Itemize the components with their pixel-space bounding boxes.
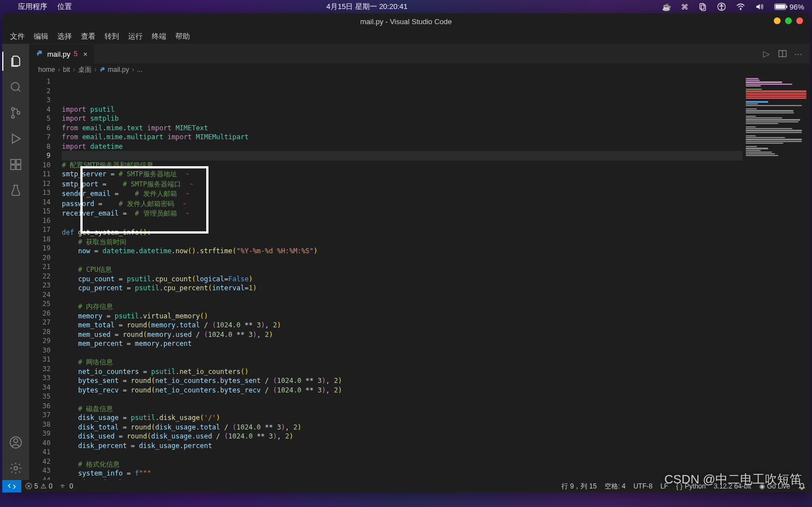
menu-转到[interactable]: 转到: [100, 30, 124, 43]
remote-indicator[interactable]: [2, 480, 21, 492]
activity-bar: [2, 44, 29, 480]
menu-查看[interactable]: 查看: [76, 30, 100, 43]
code-line-32[interactable]: [62, 395, 742, 404]
code-line-3[interactable]: from email.mime.text import MIMEText: [62, 124, 742, 133]
code-line-5[interactable]: import datetime: [62, 142, 742, 152]
code-line-16[interactable]: now = datetime.datetime.now().strftime("…: [62, 246, 742, 256]
accessibility-icon[interactable]: [717, 2, 726, 11]
code-line-18[interactable]: # CPU信息: [62, 265, 742, 275]
code-line-21[interactable]: [62, 293, 742, 303]
menu-places[interactable]: 位置: [57, 2, 72, 12]
eol[interactable]: LF: [656, 480, 672, 492]
line-number-gutter[interactable]: 1234567891011121314151617181920212223242…: [29, 76, 62, 480]
code-line-26[interactable]: mem_percent = memory.percent: [62, 339, 742, 349]
menu-选择[interactable]: 选择: [53, 30, 76, 43]
keyboard-icon[interactable]: ⌘: [681, 3, 688, 11]
search-icon[interactable]: [2, 75, 29, 99]
code-line-8[interactable]: smtp_server = # SMTP服务器地址 ~: [62, 170, 742, 180]
svg-rect-13: [11, 165, 15, 170]
menu-终端[interactable]: 终端: [147, 30, 171, 43]
code-line-40[interactable]: system_info = f""": [62, 469, 742, 478]
code-line-4[interactable]: from email.mime.multipart import MIMEMul…: [62, 133, 742, 142]
code-line-15[interactable]: # 获取当前时间: [62, 237, 742, 247]
svg-point-3: [721, 4, 722, 6]
code-editor[interactable]: import psutilimport smtplibfrom email.mi…: [62, 76, 742, 480]
minimap[interactable]: [742, 76, 810, 480]
go-live[interactable]: ◉Go Live: [755, 480, 794, 492]
ports-indicator[interactable]: ᯤ0: [56, 480, 77, 492]
language-mode[interactable]: { }Python: [672, 480, 710, 492]
problems-indicator[interactable]: ⓧ5 ⚠0: [21, 480, 56, 492]
more-actions-icon[interactable]: ⋯: [792, 48, 804, 60]
code-line-24[interactable]: mem_total = round(memory.total / (1024.0…: [62, 321, 742, 330]
menu-编辑[interactable]: 编辑: [29, 30, 53, 43]
error-icon: ⓧ: [25, 482, 32, 491]
code-line-17[interactable]: [62, 256, 742, 266]
breadcrumb-segment[interactable]: 桌面: [78, 65, 92, 75]
code-line-34[interactable]: disk_usage = psutil.disk_usage('/'): [62, 413, 742, 423]
accounts-icon[interactable]: [2, 431, 29, 454]
code-line-7[interactable]: # 配置SMTP服务器和邮箱信息: [62, 161, 742, 170]
code-line-33[interactable]: # 磁盘信息: [62, 404, 742, 414]
code-line-10[interactable]: sender_email = # 发件人邮箱 ~: [62, 189, 742, 199]
source-control-icon[interactable]: [2, 101, 29, 125]
breadcrumb-segment[interactable]: mail.py: [99, 66, 129, 74]
volume-icon[interactable]: [755, 3, 764, 11]
code-line-20[interactable]: cpu_percent = psutil.cpu_percent(interva…: [62, 284, 742, 293]
code-line-9[interactable]: smtp_port = # SMTP服务器端口 ~: [62, 180, 742, 190]
breadcrumb-segment[interactable]: home: [38, 66, 55, 74]
menu-帮助[interactable]: 帮助: [171, 30, 194, 43]
code-line-36[interactable]: disk_used = round(disk_usage.used / (102…: [62, 432, 742, 441]
explorer-icon[interactable]: [2, 49, 29, 73]
menu-applications[interactable]: 应用程序: [18, 2, 47, 12]
run-file-icon[interactable]: ▷: [760, 48, 773, 60]
code-line-6[interactable]: [62, 151, 742, 161]
code-line-22[interactable]: # 内存信息: [62, 302, 742, 312]
code-line-28[interactable]: # 网络信息: [62, 358, 742, 367]
code-line-35[interactable]: disk_total = round(disk_usage.total / (1…: [62, 423, 742, 432]
code-line-37[interactable]: disk_percent = disk_usage.percent: [62, 441, 742, 451]
extensions-icon[interactable]: [2, 153, 29, 176]
run-debug-icon[interactable]: [2, 127, 29, 150]
code-line-2[interactable]: import smtplib: [62, 114, 742, 124]
code-line-23[interactable]: memory = psutil.virtual_memory(): [62, 312, 742, 321]
battery-icon[interactable]: 96%: [774, 3, 804, 11]
testing-icon[interactable]: [2, 179, 29, 202]
breadcrumbs[interactable]: home›bit›桌面›mail.py›...: [29, 63, 810, 76]
python-interpreter[interactable]: 3.12.2 64-bit: [710, 480, 755, 492]
code-line-30[interactable]: bytes_sent = round(net_io_counters.bytes…: [62, 376, 742, 386]
cursor-position[interactable]: 行 9，列 15: [557, 480, 601, 492]
control-center-icon[interactable]: [698, 3, 707, 11]
breadcrumb-segment[interactable]: bit: [63, 66, 70, 74]
window-titlebar[interactable]: mail.py - Visual Studio Code: [2, 13, 810, 29]
notifications-icon[interactable]: [794, 480, 810, 492]
breadcrumb-segment[interactable]: ...: [137, 66, 143, 74]
code-line-14[interactable]: def get_system_info():: [62, 228, 742, 237]
code-line-29[interactable]: net_io_counters = psutil.net_io_counters…: [62, 367, 742, 377]
code-line-19[interactable]: cpu_count = psutil.cpu_count(logical=Fal…: [62, 275, 742, 284]
code-line-11[interactable]: password = # 发件人邮箱密码 ~: [62, 199, 742, 209]
window-close-button[interactable]: [796, 17, 803, 24]
window-minimize-button[interactable]: [774, 17, 781, 24]
settings-gear-icon[interactable]: [2, 456, 29, 480]
encoding[interactable]: UTF-8: [629, 480, 656, 492]
code-line-31[interactable]: bytes_recv = round(net_io_counters.bytes…: [62, 386, 742, 395]
code-line-12[interactable]: receiver_email = # 管理员邮箱 ~: [62, 209, 742, 219]
code-line-1[interactable]: import psutil: [62, 105, 742, 115]
caffeine-icon[interactable]: ☕: [662, 3, 671, 11]
code-line-27[interactable]: [62, 349, 742, 358]
code-line-38[interactable]: [62, 450, 742, 460]
menu-运行[interactable]: 运行: [124, 30, 147, 43]
code-line-41[interactable]: Time: {now}: [62, 478, 742, 481]
file-tab[interactable]: mail.py 5 ×: [29, 44, 94, 63]
code-line-39[interactable]: # 格式化信息: [62, 460, 742, 469]
menubar-datetime[interactable]: 4月15日 星期一 20:20:41: [326, 2, 408, 12]
tab-close-icon[interactable]: ×: [81, 50, 90, 58]
code-line-25[interactable]: mem_used = round(memory.used / (1024.0 *…: [62, 330, 742, 340]
split-editor-icon[interactable]: [776, 48, 788, 60]
wifi-icon[interactable]: [736, 3, 745, 10]
indentation[interactable]: 空格: 4: [601, 480, 629, 492]
code-line-13[interactable]: [62, 219, 742, 229]
menu-文件[interactable]: 文件: [6, 30, 29, 43]
window-maximize-button[interactable]: [785, 17, 792, 24]
